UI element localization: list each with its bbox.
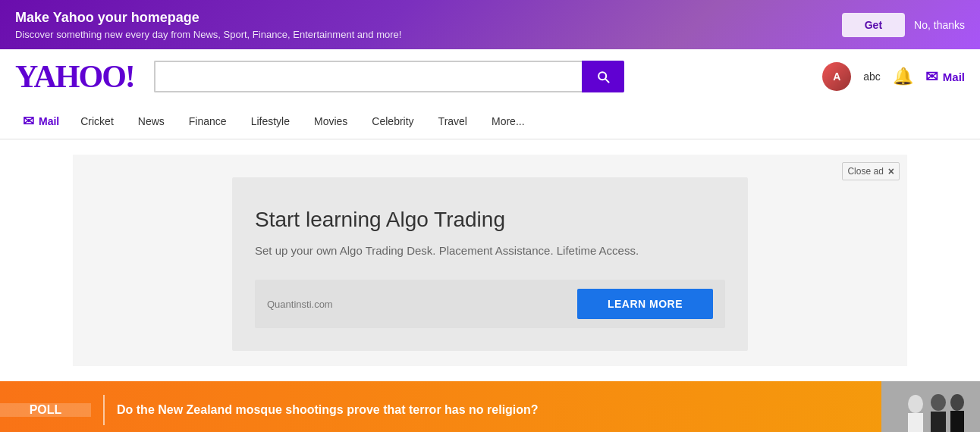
- ad-title: Start learning Algo Trading: [255, 208, 725, 232]
- search-input[interactable]: [154, 61, 582, 92]
- get-button[interactable]: Get: [842, 13, 905, 37]
- nav-mail-icon: ✉: [23, 113, 34, 130]
- nav-item-travel[interactable]: Travel: [428, 106, 478, 136]
- close-ad-label: Close ad: [847, 166, 883, 177]
- nav-item-finance[interactable]: Finance: [178, 106, 237, 136]
- navigation-bar: ✉ Mail Cricket News Finance Lifestyle Mo…: [0, 104, 980, 139]
- search-button[interactable]: [582, 61, 624, 92]
- banner-actions: Get No, thanks: [842, 13, 965, 37]
- ad-footer: Quantinsti.com LEARN MORE: [255, 280, 725, 328]
- mail-envelope-icon: ✉: [925, 67, 938, 86]
- nav-item-movies[interactable]: Movies: [303, 106, 358, 136]
- svg-point-4: [931, 394, 946, 411]
- nav-item-cricket[interactable]: Cricket: [70, 106, 124, 136]
- poll-banner: POLL Do the New Zealand mosque shootings…: [0, 381, 980, 432]
- svg-point-2: [908, 395, 923, 413]
- ad-container: Close ad × Start learning Algo Trading S…: [73, 155, 907, 366]
- poll-image-svg: [881, 381, 980, 432]
- svg-point-6: [950, 394, 964, 411]
- poll-image: [881, 381, 980, 432]
- banner-title: Make Yahoo your homepage: [15, 10, 401, 26]
- nav-item-lifestyle[interactable]: Lifestyle: [240, 106, 300, 136]
- close-x-icon: ×: [888, 165, 894, 177]
- poll-question[interactable]: Do the New Zealand mosque shootings prov…: [117, 403, 881, 417]
- yahoo-logo[interactable]: YAHOO!: [15, 58, 134, 95]
- no-thanks-button[interactable]: No, thanks: [914, 19, 965, 31]
- avatar[interactable]: A: [822, 62, 851, 91]
- bell-icon[interactable]: 🔔: [893, 67, 913, 86]
- ad-subtitle: Set up your own Algo Trading Desk. Place…: [255, 244, 725, 257]
- search-container: [154, 61, 624, 92]
- header-right: A abc 🔔 ✉ Mail: [822, 62, 965, 91]
- nav-item-news[interactable]: News: [127, 106, 175, 136]
- nav-mail-label: Mail: [39, 115, 59, 127]
- svg-rect-3: [908, 413, 923, 432]
- learn-more-button[interactable]: LEARN MORE: [577, 289, 713, 319]
- banner-text: Make Yahoo your homepage Discover someth…: [15, 10, 401, 40]
- poll-label[interactable]: POLL: [0, 403, 91, 417]
- nav-mail-link[interactable]: ✉ Mail: [15, 104, 67, 139]
- svg-rect-7: [950, 411, 964, 432]
- ad-source: Quantinsti.com: [267, 299, 333, 310]
- poll-divider: [103, 395, 105, 425]
- username-label: abc: [863, 70, 881, 83]
- ad-inner: Start learning Algo Trading Set up your …: [232, 177, 748, 351]
- nav-item-more[interactable]: More...: [481, 106, 536, 136]
- top-banner: Make Yahoo your homepage Discover someth…: [0, 0, 980, 49]
- header-mail-link[interactable]: ✉ Mail: [925, 67, 965, 86]
- nav-item-celebrity[interactable]: Celebrity: [361, 106, 424, 136]
- header: YAHOO! A abc 🔔 ✉ Mail: [0, 49, 980, 104]
- search-icon: [595, 69, 611, 84]
- mail-header-label: Mail: [943, 70, 965, 83]
- close-ad-button[interactable]: Close ad ×: [842, 162, 900, 180]
- poll-image-placeholder: [881, 381, 980, 432]
- banner-subtitle: Discover something new every day from Ne…: [15, 29, 401, 40]
- svg-rect-5: [931, 412, 946, 432]
